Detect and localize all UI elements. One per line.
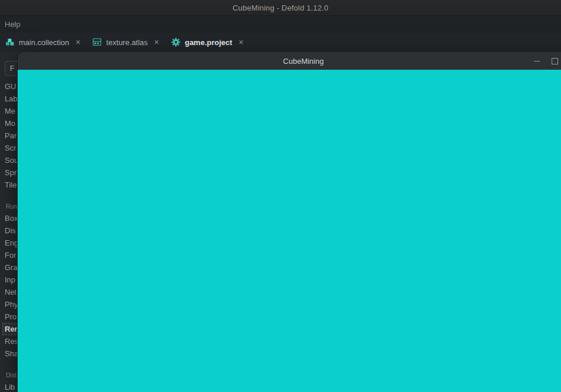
collection-icon — [5, 38, 15, 46]
tab-game-project[interactable]: game.project × — [166, 33, 250, 52]
minimize-button[interactable] — [529, 52, 545, 70]
game-viewport[interactable] — [18, 70, 561, 392]
editor-tab-bar: main.collection × texture.atlas × — [0, 33, 561, 52]
game-window-title: CubeMining — [283, 57, 324, 66]
close-icon[interactable]: × — [239, 38, 243, 46]
maximize-icon — [552, 58, 558, 64]
minimize-icon — [534, 61, 540, 62]
tab-texture-atlas[interactable]: texture.atlas × — [87, 33, 166, 52]
window-title: CubeMining - Defold 1.12.0 — [233, 4, 328, 12]
close-icon[interactable]: × — [154, 38, 159, 46]
system-titlebar: CubeMining - Defold 1.12.0 — [0, 0, 561, 16]
close-icon[interactable]: × — [76, 38, 80, 46]
gear-icon — [171, 38, 181, 47]
tab-label: texture.atlas — [106, 38, 148, 47]
menu-bar: Help — [0, 16, 561, 33]
maximize-button[interactable] — [547, 52, 561, 70]
atlas-icon — [93, 38, 102, 46]
tab-label: main.collection — [19, 38, 69, 47]
tab-label: game.project — [185, 38, 232, 47]
menu-help[interactable]: Help — [0, 16, 25, 33]
game-window: CubeMining — [18, 52, 561, 392]
tab-main-collection[interactable]: main.collection × — [0, 33, 87, 52]
game-window-titlebar[interactable]: CubeMining — [18, 52, 561, 70]
